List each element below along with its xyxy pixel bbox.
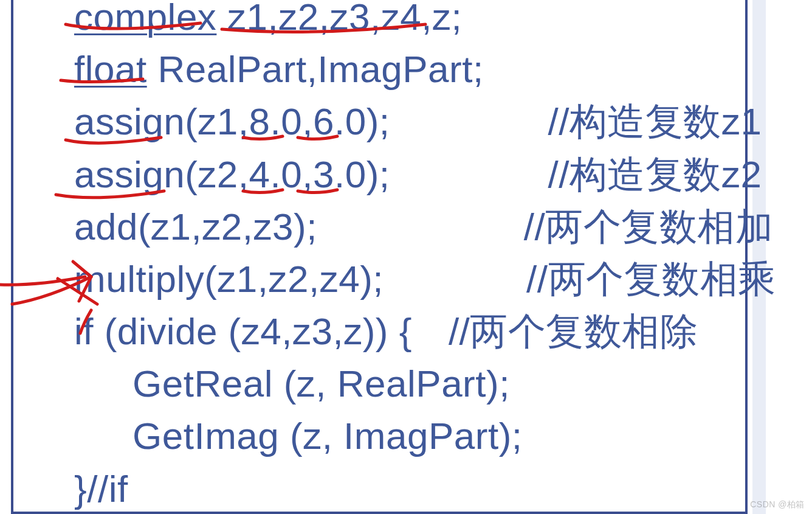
page-root: complex z1,z2,z3,z4,z; float RealPart,Im… — [0, 0, 812, 514]
line5-comment: //两个复数相加 — [524, 206, 773, 248]
line2-rest: RealPart,ImagPart; — [147, 48, 484, 90]
line6-comment: //两个复数相乘 — [526, 258, 776, 300]
line7-code: if (divide (z4,z3,z)) { — [74, 310, 412, 352]
code-block: complex z1,z2,z3,z4,z; float RealPart,Im… — [74, 0, 776, 514]
keyword-float: float — [74, 48, 147, 90]
line4-code: assign(z2,4.0,3.0); — [74, 153, 390, 195]
code-line-8: GetReal (z, RealPart); — [74, 358, 776, 410]
code-line-1: complex z1,z2,z3,z4,z; — [74, 0, 776, 43]
line9-code: GetImag (z, ImagPart); — [132, 415, 523, 457]
code-line-5: add(z1,z2,z3);//两个复数相加 — [74, 201, 776, 253]
line7-comment: //两个复数相除 — [449, 310, 698, 352]
watermark-text: CSDN @柏箱 — [750, 499, 805, 510]
code-line-9: GetImag (z, ImagPart); — [74, 410, 776, 462]
content-frame: complex z1,z2,z3,z4,z; float RealPart,Im… — [11, 0, 748, 514]
code-line-2: float RealPart,ImagPart; — [74, 43, 776, 96]
code-line-6: multiply(z1,z2,z4);//两个复数相乘 — [74, 253, 776, 305]
code-line-3: assign(z1,8.0,6.0);//构造复数z1 — [74, 96, 776, 148]
line3-comment: //构造复数z1 — [548, 100, 762, 142]
line6-code: multiply(z1,z2,z4); — [74, 258, 384, 300]
code-line-7: if (divide (z4,z3,z)) {//两个复数相除 — [74, 305, 776, 358]
line4-comment: //构造复数z2 — [548, 153, 762, 195]
line1-rest: z1,z2,z3,z4,z; — [216, 0, 462, 38]
line8-code: GetReal (z, RealPart); — [132, 363, 510, 405]
line5-code: add(z1,z2,z3); — [74, 206, 317, 248]
line10-code: }//if — [74, 468, 128, 510]
code-line-10: }//if — [74, 463, 776, 514]
code-line-4: assign(z2,4.0,3.0);//构造复数z2 — [74, 148, 776, 201]
keyword-complex: complex — [74, 0, 216, 38]
line3-code: assign(z1,8.0,6.0); — [74, 100, 390, 142]
